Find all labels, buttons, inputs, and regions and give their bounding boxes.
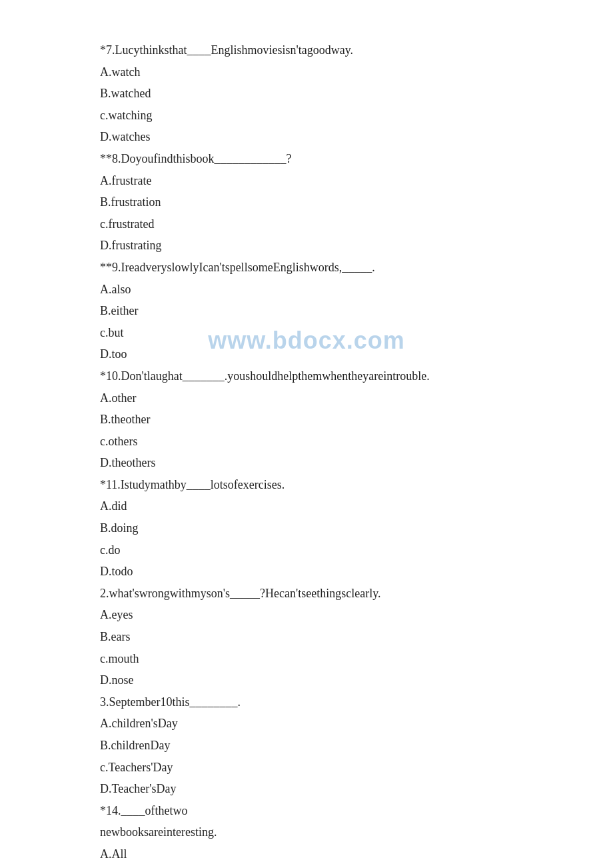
question-3: 3.September10this________.	[100, 692, 513, 713]
option-3b: B.childrenDay	[100, 735, 513, 756]
option-7a: A.watch	[100, 62, 513, 83]
option-7d: D.watches	[100, 127, 513, 147]
page-content: *7.Lucythinksthat____Englishmoviesisn'ta…	[0, 0, 613, 868]
option-3d: D.Teacher'sDay	[100, 779, 513, 799]
option-3a: A.children'sDay	[100, 713, 513, 734]
option-2b: B.ears	[100, 627, 513, 647]
option-8a: A.frustrate	[100, 171, 513, 191]
question-7: *7.Lucythinksthat____Englishmoviesisn'ta…	[100, 40, 513, 61]
question-14-line1: *14.____ofthetwo	[100, 801, 513, 821]
option-10d: D.theothers	[100, 453, 513, 473]
question-8: **8.Doyoufindthisbook____________?	[100, 149, 513, 169]
option-7b: B.watched	[100, 83, 513, 104]
option-2d: D.nose	[100, 670, 513, 691]
option-7c: c.watching	[100, 105, 513, 126]
option-10a: A.other	[100, 388, 513, 409]
option-9d: D.too	[100, 344, 513, 365]
option-10b: B.theother	[100, 409, 513, 430]
question-14-line2: newbooksareinteresting.	[100, 822, 513, 843]
option-2a: A.eyes	[100, 605, 513, 625]
option-8b: B.frustration	[100, 192, 513, 213]
question-2: 2.what'swrongwithmyson's_____?Hecan'tsee…	[100, 583, 513, 604]
option-9c: c.but	[100, 323, 513, 343]
question-9: **9.IreadveryslowlyIcan'tspellsomeEnglis…	[100, 257, 513, 278]
option-11a: A.did	[100, 496, 513, 517]
option-14b: B.Neither	[100, 866, 513, 868]
option-11d: D.todo	[100, 561, 513, 582]
option-9a: A.also	[100, 279, 513, 300]
option-11b: B.doing	[100, 518, 513, 539]
question-11: *11.Istudymathby____lotsofexercises.	[100, 475, 513, 495]
option-9b: B.either	[100, 301, 513, 321]
option-10c: c.others	[100, 431, 513, 452]
option-2c: c.mouth	[100, 649, 513, 669]
question-10: *10.Don'tlaughat_______.youshouldhelpthe…	[100, 366, 513, 387]
option-8d: D.frustrating	[100, 235, 513, 256]
option-3c: c.Teachers'Day	[100, 757, 513, 778]
option-11c: c.do	[100, 540, 513, 561]
option-14a: A.All	[100, 844, 513, 865]
option-8c: c.frustrated	[100, 214, 513, 235]
